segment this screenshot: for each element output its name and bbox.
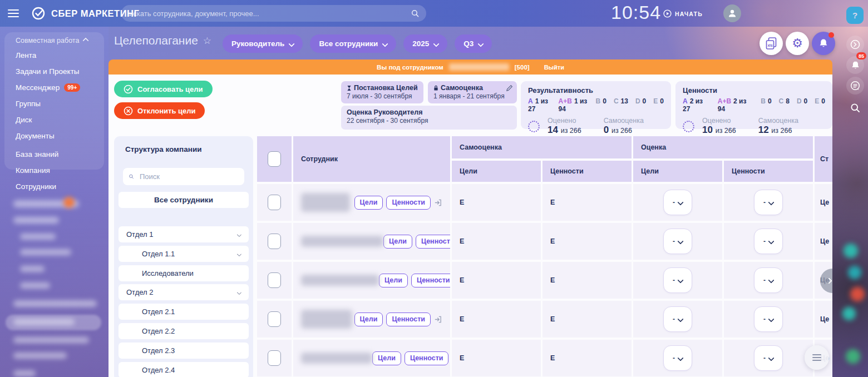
tree-item-dept1[interactable]: Отдел 1	[119, 226, 249, 242]
column-group-self: Самооценка	[452, 136, 632, 158]
filter-role[interactable]: Руководитель	[223, 34, 303, 53]
manager-values-cell: -	[724, 184, 813, 221]
chevron-down-icon	[677, 316, 683, 322]
manager-values-dropdown[interactable]: -	[754, 190, 783, 215]
chevron-down-icon	[478, 41, 484, 47]
tree-item-dept2[interactable]: Отдел 2	[119, 284, 249, 300]
values-stats-card: Ценности A2 из 27 A+B2 из 94 B0 C8 D0 E0…	[675, 81, 832, 129]
manager-goals-dropdown[interactable]: -	[663, 306, 692, 332]
tree-item-researchers[interactable]: Исследователи	[119, 265, 249, 281]
org-search-input[interactable]	[139, 172, 239, 181]
clock: 10:54	[611, 2, 661, 23]
manager-values-dropdown[interactable]: -	[754, 306, 783, 332]
sidebar-item-company[interactable]: Компания	[16, 166, 50, 175]
blurred-employee-name	[301, 236, 383, 247]
sidebar-item-lenta[interactable]: Лента	[16, 51, 36, 59]
rail-notifications-button[interactable]: 85	[846, 56, 864, 74]
row-checkbox[interactable]	[268, 272, 281, 288]
xls-file-icon: xls	[765, 37, 778, 50]
search-icon	[850, 102, 861, 113]
row-checkbox[interactable]	[268, 350, 281, 366]
approve-goals-button[interactable]: Согласовать цели	[114, 81, 213, 97]
edit-pencil-icon[interactable]	[506, 84, 513, 94]
card-title: Результативность	[528, 86, 664, 95]
global-search[interactable]	[121, 5, 426, 22]
filter-year[interactable]: 2025	[403, 34, 447, 53]
manager-values-dropdown[interactable]: -	[754, 229, 783, 254]
manager-values-cell: -	[724, 340, 813, 376]
manager-goals-cell: -	[633, 301, 722, 338]
blurred-employee-name	[301, 310, 352, 329]
filter-employees[interactable]: Все сотрудники	[310, 34, 396, 53]
list-settings-fab[interactable]	[805, 345, 829, 370]
header-checkbox-cell	[257, 136, 292, 182]
avatar[interactable]	[723, 4, 741, 22]
values-button[interactable]: Ценности	[386, 312, 431, 326]
row-checkbox[interactable]	[268, 195, 281, 210]
column-header-manager-goals: Цели	[633, 161, 722, 182]
impersonate-icon[interactable]	[434, 315, 442, 324]
goals-button[interactable]: Цели	[383, 235, 412, 249]
self-values-grade: E	[542, 184, 632, 221]
notifications-button[interactable]	[812, 32, 835, 55]
employee-cell: Цели Ценности	[293, 340, 450, 376]
tree-item-dept1-1[interactable]: Отдел 1.1	[119, 246, 249, 262]
goals-button[interactable]: Цели	[379, 274, 408, 287]
manager-values-dropdown[interactable]: -	[754, 267, 783, 293]
chevron-down-icon	[382, 41, 388, 47]
sidebar-group-collab[interactable]: Совместная работа	[16, 37, 88, 44]
global-search-input[interactable]	[128, 9, 411, 18]
sidebar-item-tasks[interactable]: Задачи и Проекты	[16, 67, 80, 76]
search-icon[interactable]	[411, 9, 420, 18]
manager-goals-dropdown[interactable]: -	[663, 229, 692, 254]
rail-search-button[interactable]	[846, 99, 864, 117]
all-employees-button[interactable]: Все сотрудники	[119, 192, 249, 208]
export-xls-button[interactable]: xls	[760, 32, 783, 55]
goals-button[interactable]: Цели	[372, 351, 401, 365]
chevron-down-icon	[677, 277, 683, 283]
self-goals-grade: E	[452, 184, 541, 221]
impersonate-icon[interactable]	[434, 199, 442, 207]
tree-item-dept2-1[interactable]: Отдел 2.1	[119, 304, 249, 320]
search-icon	[129, 172, 134, 181]
settings-button[interactable]: ⚙	[786, 32, 809, 55]
banner-exit-button[interactable]: Выйти	[544, 64, 564, 71]
gear-icon: ⚙	[792, 37, 803, 49]
manager-goals-dropdown[interactable]: -	[663, 267, 692, 293]
status-cell-clipped: Це	[815, 184, 832, 221]
manager-goals-cell: -	[633, 340, 722, 376]
sidebar-item-groups[interactable]: Группы	[16, 100, 41, 108]
goals-button[interactable]: Цели	[354, 196, 383, 210]
sber-logo-icon[interactable]	[31, 6, 46, 23]
filter-quarter[interactable]: Q3	[455, 34, 492, 53]
filter-pills: Руководитель Все сотрудники 2025 Q3	[223, 34, 492, 53]
decline-goals-button[interactable]: Отклонить цели	[114, 102, 205, 119]
sidebar-item-disk[interactable]: Диск	[16, 116, 32, 124]
values-button[interactable]: Ценности	[386, 196, 431, 210]
sidebar-item-messenger[interactable]: Мессенджер99+	[16, 83, 80, 92]
favorite-star-icon[interactable]: ☆	[203, 35, 211, 46]
org-search[interactable]	[123, 168, 244, 185]
sidebar-item-documents[interactable]: Документы	[16, 132, 55, 140]
sidebar-item-employees[interactable]: Сотрудники	[16, 182, 56, 191]
values-button[interactable]: Ценности	[405, 351, 449, 365]
menu-icon[interactable]	[8, 9, 19, 19]
goal-setting-page: ? 85 СБЕР МАРКЕТИНГ 10:54 НАЧАТЬ	[0, 0, 868, 377]
manager-values-dropdown[interactable]: -	[754, 345, 783, 371]
tree-item-dept2-2[interactable]: Отдел 2.2	[119, 323, 249, 339]
values-button[interactable]: Ценности	[411, 274, 450, 287]
tree-item-dept2-3[interactable]: Отдел 2.3	[119, 343, 249, 359]
manager-goals-dropdown[interactable]: -	[663, 345, 692, 371]
goals-button[interactable]: Цели	[354, 312, 383, 326]
manager-goals-dropdown[interactable]: -	[663, 190, 692, 215]
select-all-checkbox[interactable]	[268, 151, 281, 167]
row-checkbox[interactable]	[268, 234, 281, 249]
sidebar-item-knowledge[interactable]: База знаний	[16, 150, 58, 158]
chevron-down-icon	[237, 251, 241, 256]
start-timer-button[interactable]: НАЧАТЬ	[663, 9, 703, 18]
rail-chat-button[interactable]	[846, 77, 864, 95]
tree-item-dept2-4[interactable]: Отдел 2.4	[119, 362, 249, 377]
row-checkbox[interactable]	[268, 311, 281, 327]
assistant-icon[interactable]	[846, 36, 864, 53]
values-button[interactable]: Ценности	[416, 235, 450, 249]
